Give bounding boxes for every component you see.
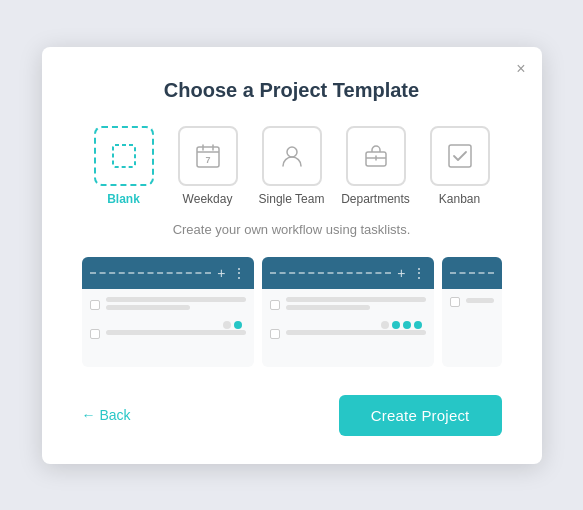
project-template-modal: × Choose a Project Template Blank 7 (42, 47, 542, 464)
preview-row-2 (90, 329, 246, 339)
back-button[interactable]: ← Back (82, 407, 131, 423)
template-preview: + ⋮ (82, 257, 502, 367)
briefcase-icon (362, 142, 390, 170)
preview-column-1: + ⋮ (82, 257, 254, 367)
template-blank-label: Blank (107, 192, 140, 206)
preview-column-3 (442, 257, 502, 367)
preview-dots-2 (270, 321, 426, 329)
col-1-dashed (90, 272, 212, 274)
check-icon (446, 142, 474, 170)
template-options: Blank 7 Weekday (82, 126, 502, 206)
preview-col-1-header: + ⋮ (82, 257, 254, 289)
template-description: Create your own workflow using tasklists… (82, 222, 502, 237)
calendar-icon: 7 (194, 142, 222, 170)
preview-line-full (106, 297, 246, 302)
preview-col-2-body (262, 289, 434, 355)
template-departments[interactable]: Departments (340, 126, 412, 206)
modal-footer: ← Back Create Project (82, 395, 502, 436)
col-2-more-icon: ⋮ (412, 265, 426, 281)
preview-lines-3 (286, 297, 426, 313)
template-kanban[interactable]: Kanban (424, 126, 496, 206)
preview-checkbox-3 (270, 300, 280, 310)
dot-2 (234, 321, 242, 329)
col-1-more-icon: ⋮ (232, 265, 246, 281)
close-button[interactable]: × (516, 61, 525, 77)
preview-row-3 (270, 297, 426, 313)
template-single-team-icon-box (262, 126, 322, 186)
preview-row-5 (450, 297, 494, 307)
template-departments-label: Departments (341, 192, 410, 206)
dot-3 (381, 321, 389, 329)
preview-line-4 (286, 330, 426, 335)
create-project-button[interactable]: Create Project (339, 395, 502, 436)
preview-checkbox-5 (450, 297, 460, 307)
col-2-dashed (270, 272, 392, 274)
svg-point-6 (287, 147, 297, 157)
preview-column-2: + ⋮ (262, 257, 434, 367)
template-kanban-label: Kanban (439, 192, 480, 206)
col-3-dashed (450, 272, 494, 274)
svg-rect-10 (449, 145, 471, 167)
preview-col-2-header: + ⋮ (262, 257, 434, 289)
preview-line-3-short (286, 305, 370, 310)
dot-6 (414, 321, 422, 329)
col-2-add-icon: + (397, 265, 405, 281)
template-kanban-icon-box (430, 126, 490, 186)
preview-line-short (106, 305, 190, 310)
preview-checkbox-4 (270, 329, 280, 339)
svg-rect-0 (113, 145, 135, 167)
modal-title: Choose a Project Template (82, 79, 502, 102)
preview-lines-4 (286, 330, 426, 338)
preview-checkbox (90, 300, 100, 310)
preview-row-1 (90, 297, 246, 313)
template-weekday-label: Weekday (183, 192, 233, 206)
preview-lines-5 (466, 298, 494, 306)
preview-line-3 (286, 297, 426, 302)
preview-col-3-body (442, 289, 502, 323)
preview-line-2 (106, 330, 246, 335)
preview-lines-2 (106, 330, 246, 338)
template-blank[interactable]: Blank (88, 126, 160, 206)
template-single-team-label: Single Team (259, 192, 325, 206)
template-weekday[interactable]: 7 Weekday (172, 126, 244, 206)
person-icon (278, 142, 306, 170)
template-departments-icon-box (346, 126, 406, 186)
template-weekday-icon-box: 7 (178, 126, 238, 186)
blank-icon (110, 142, 138, 170)
col-1-add-icon: + (217, 265, 225, 281)
svg-text:7: 7 (205, 155, 210, 165)
preview-row-4 (270, 329, 426, 339)
preview-col-3-header (442, 257, 502, 289)
dot-1 (223, 321, 231, 329)
preview-col-1-body (82, 289, 254, 355)
dot-4 (392, 321, 400, 329)
template-single-team[interactable]: Single Team (256, 126, 328, 206)
preview-dots (90, 321, 246, 329)
preview-checkbox-2 (90, 329, 100, 339)
dot-5 (403, 321, 411, 329)
preview-lines (106, 297, 246, 313)
preview-line-5 (466, 298, 494, 303)
template-blank-icon-box (94, 126, 154, 186)
